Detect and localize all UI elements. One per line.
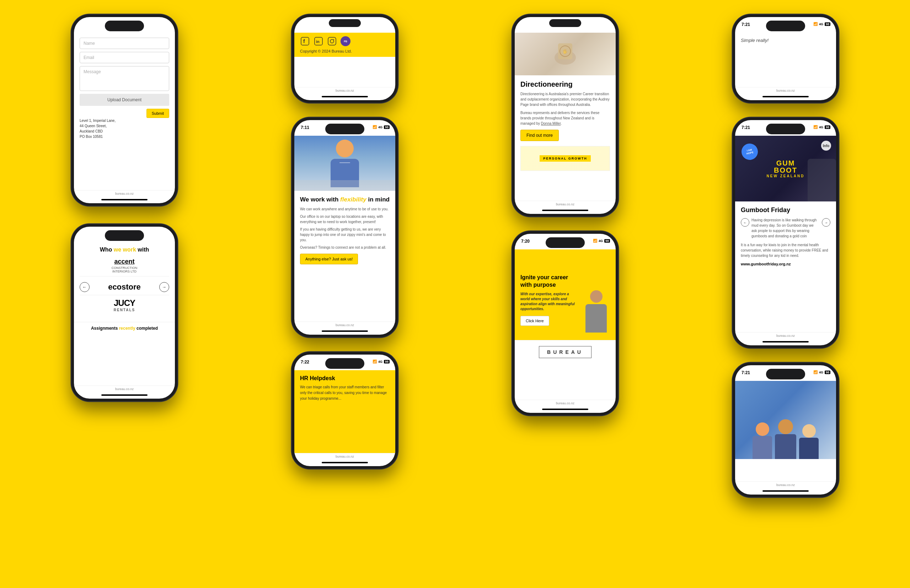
submit-button[interactable]: Submit — [146, 109, 169, 118]
status-bar-8: 7:21 📶 4G 98 — [735, 17, 836, 33]
dynamic-island-7 — [546, 237, 585, 248]
footer-9: bureau.co.nz — [735, 332, 836, 339]
dynamic-island — [105, 21, 144, 31]
status-bar-5: 7:22 📶 4G 98 — [294, 355, 395, 370]
ignite-top-stripe — [515, 249, 616, 269]
home-indicator-10 — [763, 490, 809, 492]
donna-miller-link[interactable]: Donna Miller — [541, 121, 561, 125]
hr-title: HR Helpdesk — [300, 375, 390, 381]
footer-1: bureau.co.nz — [74, 190, 175, 197]
positive-business-icon: PB — [340, 36, 350, 46]
home-indicator-9 — [763, 341, 809, 342]
footer-4: bureau.co.nz — [294, 321, 395, 328]
flex-para-3: If you are having difficulty getting to … — [300, 227, 390, 243]
flexibility-cta-button[interactable]: Anything else? Just ask us! — [300, 254, 358, 264]
svg-rect-0 — [301, 37, 309, 45]
direction-title: Directioneering — [520, 80, 610, 89]
time-5: 7:22 — [301, 360, 309, 365]
status-bar-9: 7:21 📶 4G 98 — [735, 120, 836, 136]
gumboot-prev-button[interactable]: ← — [741, 218, 749, 227]
ignite-content: Ignite your career with purpose With our… — [515, 249, 616, 400]
status-bar-1 — [74, 17, 175, 33]
status-bar-2 — [74, 227, 175, 242]
dynamic-island-9 — [766, 124, 805, 134]
phone-simple-really: 7:21 📶 4G 98 Simple really! bureau.co.nz — [732, 14, 839, 103]
who-we-work-content: Who we work with accent CONSTRUCTION INT… — [74, 242, 175, 386]
prev-client-button[interactable]: ← — [79, 282, 89, 292]
hr-content: HR Helpdesk We can triage calls from you… — [294, 370, 395, 453]
time-8: 7:21 — [742, 22, 750, 27]
phone-contact-form: Name Email Message Upload Document Submi… — [71, 14, 178, 206]
assignments-title: Assignments recently completed — [79, 326, 169, 331]
page-wrapper: Name Email Message Upload Document Submi… — [0, 0, 910, 588]
phone-meeting: 7:21 📶 4G 98 — [732, 362, 839, 498]
dynamic-island-5 — [325, 358, 364, 369]
phone-ignite-career: 7:20 📶 4G 98 Ignite your career with pur… — [512, 231, 619, 416]
column-1: Name Email Message Upload Document Submi… — [14, 14, 235, 574]
simple-text: Simple really! — [741, 38, 831, 43]
dynamic-island-4 — [325, 124, 364, 134]
phone-flexibility: 7:11 📶 4G 98 — [291, 117, 398, 338]
flexibility-title: We work with flexibility in mind — [300, 196, 390, 204]
time-10: 7:21 — [742, 370, 750, 375]
phone-gumboot-friday: 7:21 📶 4G 98 I AMHOPE I — [732, 117, 839, 348]
home-indicator-8 — [763, 96, 809, 97]
hr-text: We can triage calls from your staff memb… — [300, 384, 390, 401]
column-2: f in PB — [235, 14, 455, 574]
phone-hr-helpdesk: 7:22 📶 4G 98 HR Helpdesk We can triage c… — [291, 352, 398, 469]
svg-rect-4 — [328, 37, 336, 45]
status-bar-6 — [515, 17, 616, 33]
instagram-icon[interactable] — [327, 36, 337, 46]
home-indicator-2 — [101, 394, 147, 396]
flex-para-1: We can work anywhere and anytime to be o… — [300, 207, 390, 212]
facebook-icon[interactable]: f — [300, 36, 310, 46]
status-bar-3 — [294, 17, 395, 33]
gumboot-title: Gumboot Friday — [741, 207, 831, 214]
accent-logo: accent — [79, 258, 169, 265]
next-client-button[interactable]: → — [159, 282, 169, 292]
dynamic-island-2 — [105, 230, 144, 241]
upload-button[interactable]: Upload Document — [79, 94, 169, 106]
find-out-more-button[interactable]: Find out more — [520, 130, 559, 141]
svg-text:in: in — [316, 39, 319, 44]
dynamic-island-8 — [766, 21, 805, 31]
ignite-subtitle: With our expertise, explore a world wher… — [520, 292, 575, 312]
ecostore-logo: ecostore — [108, 283, 141, 292]
direction-para-1: Directioneering is Australasia's premier… — [520, 91, 610, 107]
social-content: f in PB — [294, 33, 395, 87]
dynamic-island-3 — [329, 19, 361, 27]
column-3: 🖐 Directioneering Directioneering is Aus… — [455, 14, 675, 574]
gumboot-hero-text: GUMBOOT NEW ZEALAND — [767, 160, 805, 178]
am-hope-badge: I AMHOPE — [740, 142, 759, 162]
dynamic-island-6 — [549, 19, 581, 27]
linkedin-icon[interactable]: in — [314, 36, 324, 46]
phone-social-footer: f in PB — [291, 14, 398, 103]
status-icons-5: 📶 4G 98 — [372, 360, 390, 363]
direction-content: 🖐 Directioneering Directioneering is Aus… — [515, 33, 616, 201]
home-indicator-7 — [542, 409, 588, 410]
footer-3: bureau.co.nz — [294, 87, 395, 94]
message-input[interactable]: Message — [79, 66, 169, 91]
footer-8: bureau.co.nz — [735, 87, 836, 94]
flex-para-4: Overseas? Timings to connect are not a p… — [300, 245, 390, 250]
direction-para-2: Bureau represents and delivers the servi… — [520, 110, 610, 126]
info-badge[interactable]: Info — [821, 141, 831, 151]
personal-growth-image: PERSONAL GROWTH — [520, 146, 610, 171]
name-input[interactable]: Name — [79, 38, 169, 49]
copyright-text: Copyright © 2024 Bureau Ltd. — [300, 49, 390, 53]
bureau-logo: BUREAU — [539, 346, 591, 358]
hero-image-4 — [294, 136, 395, 191]
gumboot-next-button[interactable]: → — [822, 218, 831, 227]
home-indicator — [101, 199, 147, 200]
email-input[interactable]: Email — [79, 52, 169, 63]
flexibility-content: We work with flexibility in mind We can … — [294, 136, 395, 321]
status-icons-9: 📶 4G 98 — [813, 125, 831, 129]
home-indicator-3 — [322, 96, 368, 97]
status-icons-7: 📶 4G 98 — [593, 239, 610, 243]
meeting-hero — [735, 381, 836, 459]
click-here-button[interactable]: Click Here — [520, 316, 549, 326]
who-title: Who we work with — [79, 247, 169, 253]
bureau-logo-section: BUREAU — [515, 340, 616, 364]
gumboot-content: I AMHOPE Info GUMBOOT NEW ZEALAND G — [735, 136, 836, 332]
time-9: 7:21 — [742, 125, 750, 130]
